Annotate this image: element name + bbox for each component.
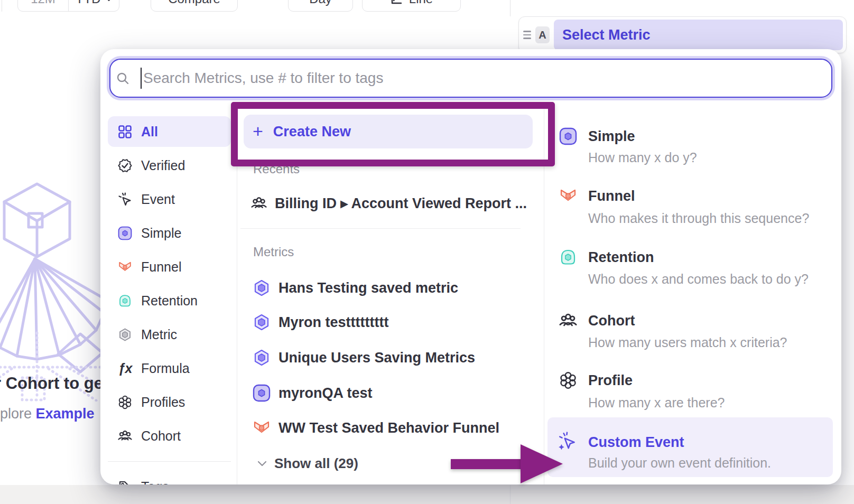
sidebar-label: Metric bbox=[141, 327, 177, 342]
sidebar-label: Tags bbox=[141, 479, 169, 485]
retention-icon bbox=[118, 294, 132, 308]
link-prefix: plore bbox=[0, 406, 36, 422]
sidebar-label: Formula bbox=[141, 361, 190, 376]
simple-icon bbox=[253, 384, 271, 402]
sidebar-label: All bbox=[141, 124, 158, 139]
metric-list-item[interactable]: Hans Testing saved metric bbox=[253, 279, 458, 297]
cohort-icon bbox=[559, 312, 577, 330]
type-cohort[interactable]: Cohort bbox=[588, 312, 635, 330]
page-bottom-band bbox=[0, 485, 854, 504]
simple-icon bbox=[559, 127, 577, 145]
metrics-heading: Metrics bbox=[253, 245, 294, 259]
example-link[interactable]: Example bbox=[36, 406, 95, 422]
metric-list-item[interactable]: Myron testtttttttt bbox=[253, 313, 388, 331]
search-focus-ring bbox=[107, 56, 835, 100]
type-profile-desc: How many x are there? bbox=[588, 395, 725, 410]
sidebar-label: Event bbox=[141, 192, 175, 207]
metric-item-label: WW Test Saved Behavior Funnel bbox=[279, 420, 499, 436]
profiles-icon bbox=[118, 395, 132, 409]
range-12m-button[interactable]: 12M bbox=[18, 0, 68, 11]
sidebar-item-simple[interactable]: Simple bbox=[100, 216, 237, 250]
sidebar-label: Funnel bbox=[141, 259, 181, 275]
verified-seal-icon bbox=[118, 158, 132, 173]
metric-list-item[interactable]: WW Test Saved Behavior Funnel bbox=[253, 419, 499, 437]
type-custom-event[interactable]: Custom Event bbox=[588, 433, 684, 451]
select-metric-label: Select Metric bbox=[562, 27, 651, 43]
sidebar-item-all[interactable]: All bbox=[108, 116, 231, 147]
sidebar-section-divider bbox=[108, 461, 231, 462]
sidebar-label: Simple bbox=[141, 226, 181, 241]
annotation-arrow bbox=[451, 459, 525, 469]
sidebar-item-profiles[interactable]: Profiles bbox=[100, 385, 237, 419]
tag-icon bbox=[118, 480, 132, 485]
chevron-down-icon bbox=[105, 0, 113, 2]
compare-button[interactable]: Compare bbox=[151, 0, 238, 12]
type-retention-desc: Who does x and comes back to do y? bbox=[588, 271, 809, 287]
granularity-label: Day bbox=[309, 0, 332, 6]
date-range-control[interactable]: 12M YTD bbox=[17, 0, 119, 12]
metric-item-label: Hans Testing saved metric bbox=[279, 280, 458, 296]
chart-type-label: Line bbox=[409, 0, 433, 6]
metric-hexagon-icon bbox=[253, 313, 271, 331]
grid-icon bbox=[118, 125, 132, 139]
sidebar-item-retention[interactable]: Retention bbox=[100, 284, 237, 318]
search-input[interactable] bbox=[143, 60, 821, 97]
sidebar-item-cohort[interactable]: Cohort bbox=[100, 419, 237, 453]
sidebar-item-event[interactable]: Event bbox=[100, 182, 237, 216]
row-badge: A bbox=[535, 26, 550, 43]
type-simple-desc: How many x do y? bbox=[588, 150, 697, 165]
show-all-label: Show all (29) bbox=[274, 455, 358, 472]
search-field[interactable] bbox=[109, 59, 832, 98]
metric-item-label: myronQA test bbox=[279, 385, 373, 402]
event-cursor-icon bbox=[118, 192, 132, 207]
empty-state-illustration bbox=[0, 174, 104, 402]
panel-divider-bottom bbox=[510, 485, 510, 504]
recent-item-label: Billing ID ▸ Account Viewed Report ... bbox=[275, 195, 527, 212]
sidebar-item-verified[interactable]: Verified bbox=[100, 148, 237, 182]
select-metric-button[interactable]: Select Metric bbox=[554, 20, 843, 50]
formula-icon: ƒx bbox=[118, 361, 132, 376]
range-ytd-button[interactable]: YTD bbox=[68, 0, 119, 11]
compare-label: Compare bbox=[168, 0, 220, 6]
recent-item[interactable]: Billing ID ▸ Account Viewed Report ... bbox=[251, 194, 527, 212]
funnel-icon bbox=[253, 419, 271, 437]
search-icon bbox=[116, 71, 129, 85]
cohort-icon bbox=[251, 195, 267, 211]
simple-icon bbox=[118, 226, 132, 240]
metric-list-item[interactable]: Unique Users Saving Metrics bbox=[253, 349, 475, 367]
cohort-icon bbox=[118, 429, 132, 443]
sidebar-item-funnel[interactable]: Funnel bbox=[100, 250, 237, 284]
recents-divider bbox=[240, 228, 521, 229]
metric-item-label: Myron testtttttttt bbox=[279, 314, 388, 331]
type-profile[interactable]: Profile bbox=[588, 371, 633, 389]
sidebar-label: Retention bbox=[141, 293, 198, 309]
sidebar-item-tags[interactable]: Tags bbox=[100, 470, 237, 484]
sidebar-item-metric[interactable]: Metric bbox=[100, 318, 237, 351]
app: 12M YTD Compare Day Line A Select Metric bbox=[0, 0, 854, 504]
metric-hexagon-icon bbox=[253, 279, 271, 297]
text-cursor bbox=[141, 68, 142, 89]
metric-list-item[interactable]: myronQA test bbox=[253, 384, 373, 402]
sidebar-item-formula[interactable]: ƒx Formula bbox=[100, 351, 237, 385]
empty-state-link-line: plore Example bbox=[0, 406, 95, 422]
type-simple[interactable]: Simple bbox=[588, 127, 635, 145]
type-funnel[interactable]: Funnel bbox=[588, 187, 635, 205]
drag-handle-icon[interactable] bbox=[523, 31, 531, 39]
metric-hexagon-icon bbox=[253, 349, 271, 367]
chart-type-button[interactable]: Line bbox=[362, 0, 461, 12]
granularity-button[interactable]: Day bbox=[288, 0, 353, 12]
chart-axis-line bbox=[2, 0, 2, 12]
metric-item-label: Unique Users Saving Metrics bbox=[279, 350, 475, 366]
metric-query-row: A Select Metric bbox=[518, 16, 847, 53]
show-all-button[interactable]: Show all (29) bbox=[257, 454, 358, 472]
type-funnel-desc: Who makes it through this sequence? bbox=[588, 210, 809, 226]
sidebar-label: Cohort bbox=[141, 428, 181, 444]
annotation-arrow-head bbox=[521, 444, 563, 483]
empty-state-heading: r Cohort to ge bbox=[0, 374, 103, 393]
retention-icon bbox=[559, 248, 577, 266]
funnel-icon bbox=[118, 260, 132, 274]
metric-hexagon-icon bbox=[118, 328, 132, 342]
sidebar-label: Profiles bbox=[141, 395, 185, 410]
chevron-down-icon bbox=[257, 461, 267, 466]
type-retention[interactable]: Retention bbox=[588, 248, 654, 266]
